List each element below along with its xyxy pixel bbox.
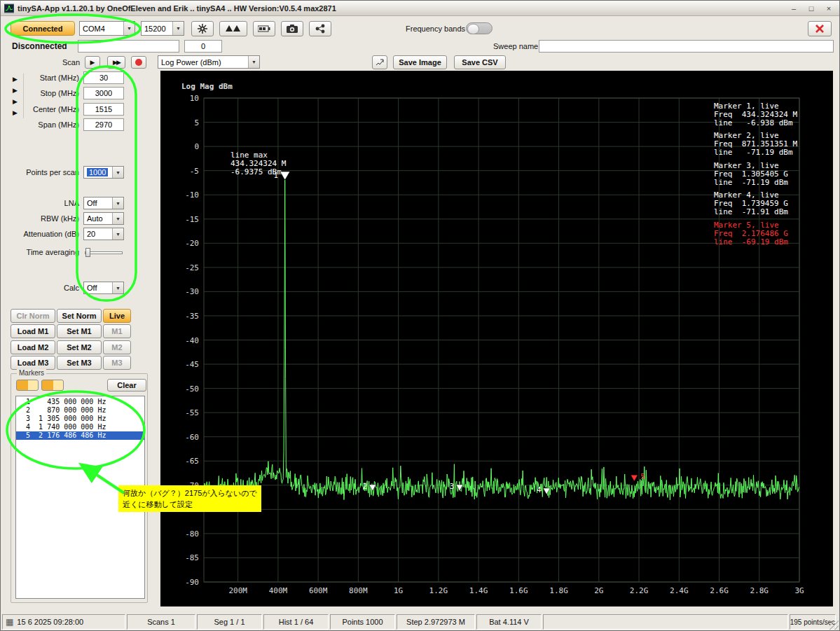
center-label: Center (MHz)	[1, 105, 79, 113]
annotation-note-line2: 近くに移動して設定	[123, 499, 257, 510]
marker-list-item[interactable]: 2 870 000 000 Hz	[16, 406, 144, 415]
attenuation-value: 20	[87, 230, 95, 238]
svg-text:1.2G: 1.2G	[429, 586, 448, 595]
title-bar[interactable]: tinySA-App v1.1.20.1 by OneOfEleven and …	[1, 1, 839, 16]
center-input[interactable]	[83, 103, 124, 116]
chevron-down-icon: ▼	[112, 213, 123, 224]
live-button[interactable]: Live	[103, 309, 131, 323]
close-button[interactable]: ×	[822, 3, 836, 14]
com-port-select[interactable]: COM4 ▼	[79, 21, 135, 36]
calc-label: Calc	[1, 284, 79, 292]
m1-button[interactable]: M1	[103, 324, 131, 338]
up-arrows-button[interactable]	[219, 21, 247, 36]
app-icon	[4, 4, 14, 13]
save-image-button[interactable]: Save Image	[393, 55, 447, 69]
start-label: Start (MHz)	[1, 74, 79, 82]
status-segment: Scans 1	[127, 614, 195, 630]
status-segment: ▦15 6 2025 09:28:00	[2, 614, 125, 630]
set-m2-button[interactable]: Set M2	[57, 340, 102, 354]
status-segment-text: Scans 1	[147, 618, 175, 626]
chevron-down-icon: ▼	[112, 228, 123, 240]
set-m1-button[interactable]: Set M1	[57, 324, 102, 338]
clr-norm-button[interactable]: Clr Norm	[11, 309, 55, 323]
status-segment-text: 195 points/sec	[790, 618, 836, 626]
scan-play-button[interactable]: ▶	[85, 56, 100, 69]
load-m2-button[interactable]: Load M2	[11, 340, 55, 354]
sweep-name-input[interactable]	[539, 40, 834, 53]
com-port-value: COM4	[83, 25, 105, 33]
marker-color-button-2[interactable]	[41, 380, 64, 391]
calc-select[interactable]: Off ▼	[83, 282, 124, 294]
camera-icon	[287, 25, 298, 33]
resize-grip[interactable]	[829, 620, 839, 630]
svg-text:2.4G: 2.4G	[670, 586, 689, 595]
baud-rate-select[interactable]: 15200 ▼	[141, 21, 184, 36]
start-input[interactable]	[83, 71, 124, 84]
marker-list-item[interactable]: 4 1 740 000 000 Hz	[16, 423, 144, 431]
rbw-label: RBW (kHz)	[1, 214, 79, 223]
share-button[interactable]	[309, 21, 331, 36]
marker-color-button-1[interactable]	[16, 380, 39, 391]
time-averaging-slider[interactable]	[85, 251, 123, 254]
screenshot-button[interactable]	[281, 21, 303, 36]
svg-text:0: 0	[194, 142, 199, 151]
maximize-button[interactable]: □	[804, 3, 818, 14]
device-info-input[interactable]	[78, 40, 179, 53]
settings-button[interactable]	[191, 21, 214, 36]
connected-button[interactable]: Connected	[11, 21, 75, 36]
lna-label: LNA	[1, 199, 79, 207]
svg-text:-80: -80	[185, 529, 199, 539]
lna-select[interactable]: Off ▼	[83, 197, 124, 209]
m3-button[interactable]: M3	[103, 356, 131, 370]
marker-list-item[interactable]: 1 435 000 000 Hz	[16, 398, 144, 406]
svg-text:-50: -50	[185, 384, 199, 394]
svg-text:-35: -35	[185, 312, 199, 321]
frequency-bands-toggle[interactable]	[466, 22, 493, 34]
status-segment-text: Bat 4.114 V	[489, 618, 529, 626]
offset-input[interactable]	[184, 40, 222, 53]
attenuation-label: Attenuation (dB)	[1, 230, 79, 238]
chevron-down-icon: ▼	[123, 22, 135, 35]
display-mode-select[interactable]: Log Power (dBm) ▼	[158, 55, 260, 69]
frequency-bands-label: Frequency bands	[406, 25, 465, 33]
marker-list-item[interactable]: 3 1 305 000 000 Hz	[16, 415, 144, 423]
set-norm-button[interactable]: Set Norm	[57, 309, 102, 323]
svg-text:200M: 200M	[228, 586, 247, 595]
svg-text:600M: 600M	[309, 586, 328, 595]
rbw-select[interactable]: Auto ▼	[83, 212, 124, 225]
svg-text:2.2G: 2.2G	[630, 586, 649, 595]
save-csv-button[interactable]: Save CSV	[454, 55, 506, 69]
points-per-scan-select[interactable]: 1000 ▼	[83, 166, 124, 179]
rbw-value: Auto	[87, 214, 103, 223]
chevron-down-icon: ▼	[172, 22, 184, 35]
svg-text:5: 5	[194, 118, 199, 127]
close-x-button[interactable]	[808, 21, 832, 36]
svg-text:2.6G: 2.6G	[710, 586, 729, 595]
attenuation-select[interactable]: 20 ▼	[83, 228, 124, 240]
span-input[interactable]	[83, 118, 124, 131]
clear-markers-button[interactable]: Clear	[107, 379, 146, 391]
time-averaging-slider-thumb[interactable]	[85, 248, 90, 257]
record-button[interactable]	[131, 56, 146, 69]
svg-text:1.8G: 1.8G	[549, 586, 568, 595]
stop-input[interactable]	[83, 87, 124, 99]
svg-text:line -69.19 dBm: line -69.19 dBm	[714, 237, 788, 247]
svg-text:2.8G: 2.8G	[750, 586, 769, 595]
status-segment-text: Points 1000	[342, 618, 383, 626]
svg-text:line -71.19 dBm: line -71.19 dBm	[714, 148, 793, 157]
minimize-button[interactable]: –	[787, 3, 801, 14]
svg-text:-65: -65	[185, 457, 199, 466]
marker-list-item[interactable]: 5 2 176 486 486 Hz	[16, 431, 144, 440]
m2-button[interactable]: M2	[103, 340, 131, 354]
status-segment: Bat 4.114 V	[476, 614, 542, 630]
scan-label: Scan	[62, 58, 80, 67]
play-icon: ▶	[90, 59, 95, 66]
load-m3-button[interactable]: Load M3	[11, 356, 55, 370]
battery-status-button[interactable]	[253, 21, 275, 36]
set-m3-button[interactable]: Set M3	[57, 356, 102, 370]
scan-fast-button[interactable]: ▶▶	[107, 56, 125, 69]
svg-text:1: 1	[274, 172, 278, 179]
popout-chart-button[interactable]	[372, 55, 387, 69]
spectrum-chart[interactable]: 1050-5-10-15-20-25-30-35-40-45-50-55-60-…	[160, 71, 833, 606]
load-m1-button[interactable]: Load M1	[11, 324, 55, 338]
